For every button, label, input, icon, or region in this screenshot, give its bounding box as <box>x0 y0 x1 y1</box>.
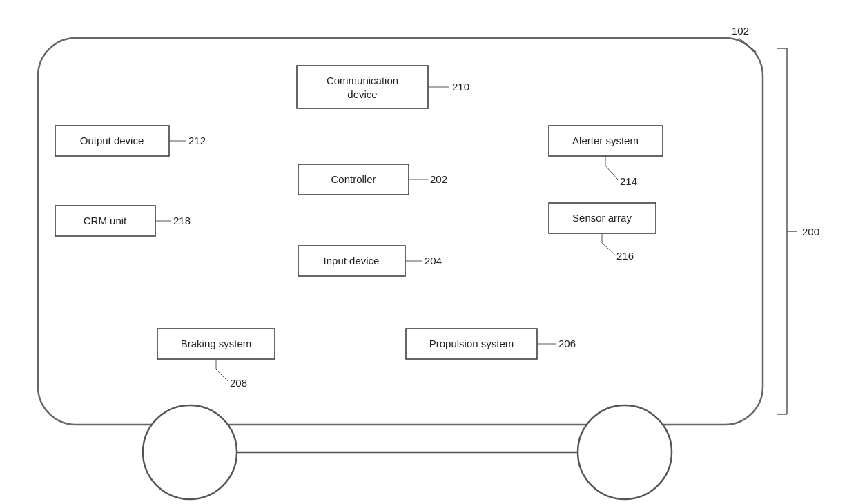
ref-212: 212 <box>188 135 206 146</box>
brace-label-200: 200 <box>802 226 819 238</box>
controller-label: Controller <box>331 173 376 185</box>
alerter-system-label: Alerter system <box>572 135 639 146</box>
diagram-container: 102 200 Communication device 210 Output … <box>0 0 856 504</box>
ref-202: 202 <box>430 173 447 185</box>
communication-device-box <box>297 66 428 108</box>
communication-device-label: Communication <box>327 75 398 86</box>
ref-214: 214 <box>620 175 637 187</box>
braking-system-label: Braking system <box>181 338 252 349</box>
left-wheel <box>143 405 237 499</box>
ref-206: 206 <box>558 338 576 349</box>
propulsion-system-label: Propulsion system <box>429 338 514 349</box>
input-device-label: Input device <box>324 255 380 266</box>
ref-102: 102 <box>732 25 749 37</box>
sensor-array-label: Sensor array <box>572 212 632 224</box>
ref-216: 216 <box>616 250 634 262</box>
right-wheel <box>578 405 672 499</box>
ref-208: 208 <box>230 377 247 389</box>
communication-device-label2: device <box>347 88 377 100</box>
output-device-label: Output device <box>80 135 144 146</box>
ref-218: 218 <box>173 215 191 226</box>
ref-204: 204 <box>425 255 442 266</box>
ref-210: 210 <box>452 81 469 93</box>
crm-unit-label: CRM unit <box>84 215 127 226</box>
